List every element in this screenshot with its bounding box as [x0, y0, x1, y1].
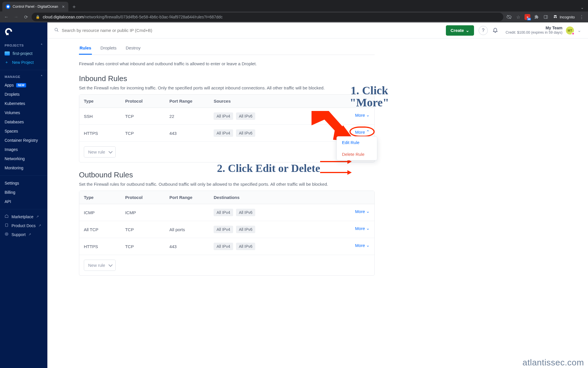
more-button[interactable]: More ⌄ [355, 112, 370, 118]
external-link-icon: ↗ [28, 233, 31, 236]
new-rule-select[interactable]: New rule [84, 260, 116, 271]
bookmark-star-icon[interactable]: ☆ [514, 13, 522, 21]
source-tag[interactable]: All IPv4 [214, 129, 233, 137]
destination-tag[interactable]: All IPv4 [214, 226, 233, 233]
sidebar-item-support[interactable]: Support ↗ [0, 230, 47, 239]
outbound-rule-row: HTTPS TCP 443 All IPv4 All IPv6 More ⌄ [79, 238, 374, 255]
account-switcher[interactable]: My Team Credit: $100.00 (expires in 59 d… [506, 26, 581, 35]
sidebar: PROJECTS ˄ first-project ＋ New Project M… [0, 22, 47, 368]
tab-close-icon[interactable]: ✕ [62, 5, 65, 9]
col-type: Type [79, 95, 121, 108]
create-button[interactable]: Create ⌄ [446, 25, 474, 36]
more-button[interactable]: More ⌄ [355, 209, 370, 214]
chevron-down-icon: ⌄ [366, 112, 370, 118]
browser-menu-icon[interactable]: ⋮ [578, 13, 586, 21]
col-destinations: Destinations [209, 191, 374, 204]
tab-overflow-icon[interactable]: ⌄ [581, 5, 588, 12]
destination-tag[interactable]: All IPv6 [236, 209, 255, 216]
source-tag[interactable]: All IPv4 [214, 112, 233, 120]
help-icon: ? [482, 28, 485, 33]
search-icon [54, 28, 59, 33]
logo[interactable] [0, 26, 47, 42]
source-tag[interactable]: All IPv6 [236, 129, 255, 137]
outbound-rules-table: Type Protocol Port Range Destinations IC… [79, 191, 375, 276]
extensions-puzzle-icon[interactable] [533, 13, 541, 21]
sidebar-item-networking[interactable]: Networking [0, 154, 47, 163]
destination-tag[interactable]: All IPv4 [214, 243, 233, 250]
outbound-heading: Outbound Rules [79, 170, 375, 179]
tab-droplets[interactable]: Droplets [100, 42, 117, 55]
source-tag[interactable]: All IPv6 [236, 112, 255, 120]
destination-tag[interactable]: All IPv6 [236, 243, 255, 250]
incognito-indicator[interactable]: Incognito [551, 14, 577, 20]
address-bar[interactable]: 🔒 cloud.digitalocean.com/networking/fire… [32, 13, 503, 21]
sidebar-item-kubernetes[interactable]: Kubernetes [0, 99, 47, 108]
notifications-button[interactable] [492, 27, 498, 34]
svg-rect-8 [5, 224, 8, 227]
new-tab-button[interactable]: ＋ [70, 3, 78, 11]
browser-tab[interactable]: Control Panel - DigitalOcean ✕ [2, 2, 68, 12]
eye-off-icon[interactable] [505, 13, 513, 21]
sidebar-item-monitoring[interactable]: Monitoring [0, 163, 47, 172]
sidebar-item-apps[interactable]: Apps NEW [0, 80, 47, 90]
market-icon [5, 214, 9, 219]
tab-rules[interactable]: Rules [79, 42, 92, 55]
page-tabs: Rules Droplets Destroy [79, 42, 375, 55]
project-icon [5, 51, 10, 55]
sidebar-item-settings[interactable]: Settings [0, 179, 47, 188]
url-host: cloud.digitalocean.com [43, 15, 84, 19]
col-protocol: Protocol [121, 191, 165, 204]
edit-rule-action[interactable]: Edit Rule [337, 137, 377, 148]
sidebar-item-billing[interactable]: Billing [0, 188, 47, 197]
new-project-button[interactable]: ＋ New Project [0, 58, 47, 67]
col-protocol: Protocol [121, 95, 165, 108]
sidebar-item-product-docs[interactable]: Product Docs ↗ [0, 221, 47, 230]
sidebar-item-marketplace[interactable]: Marketplace ↗ [0, 212, 47, 221]
sidebar-item-images[interactable]: Images [0, 145, 47, 154]
delete-rule-action[interactable]: Delete Rule [337, 148, 377, 160]
sidebar-item-droplets[interactable]: Droplets [0, 90, 47, 99]
side-panel-icon[interactable] [542, 13, 550, 21]
col-port-range: Port Range [165, 95, 209, 108]
svg-point-5 [556, 17, 557, 18]
outbound-rule-row: ICMP ICMP All IPv4 All IPv6 More ⌄ [79, 204, 374, 221]
sidebar-project-item[interactable]: first-project [0, 49, 47, 58]
nav-back-button[interactable]: ← [2, 13, 10, 21]
destination-tag[interactable]: All IPv6 [236, 226, 255, 233]
svg-point-9 [5, 233, 8, 236]
new-rule-row: New rule [79, 142, 374, 162]
docs-icon [5, 223, 9, 228]
new-rule-select[interactable]: New rule [84, 146, 116, 158]
tab-destroy[interactable]: Destroy [125, 42, 141, 55]
svg-rect-6 [7, 33, 9, 34]
sidebar-manage-heading[interactable]: MANAGE ˄ [0, 73, 47, 80]
outbound-subtext: Set the Firewall rules for outbound traf… [79, 182, 375, 187]
team-name: My Team [506, 26, 562, 31]
more-button[interactable]: More ⌄ [355, 243, 370, 248]
sidebar-projects-heading[interactable]: PROJECTS ˄ [0, 42, 47, 49]
more-button[interactable]: More ⌄ [355, 226, 370, 231]
tab-title: Control Panel - DigitalOcean [13, 5, 58, 9]
svg-point-0 [7, 5, 9, 8]
url-path: /networking/firewalls/073d4fb6-5e58-4b6c… [84, 15, 223, 19]
svg-point-4 [554, 17, 555, 18]
search-input[interactable] [62, 28, 182, 33]
extension-ublock-icon[interactable]: u88 [523, 13, 531, 21]
bell-icon [492, 27, 498, 33]
help-button[interactable]: ? [479, 26, 488, 35]
destination-tag[interactable]: All IPv4 [214, 209, 233, 216]
chevron-down-icon: ⌄ [366, 209, 370, 214]
external-link-icon: ↗ [38, 224, 41, 227]
more-button-open[interactable]: More ⌃ [355, 129, 370, 135]
nav-forward-button[interactable]: → [12, 13, 20, 21]
sidebar-item-spaces[interactable]: Spaces [0, 126, 47, 136]
chevron-up-icon: ˄ [41, 43, 43, 47]
sidebar-item-databases[interactable]: Databases [0, 117, 47, 126]
sidebar-item-container-registry[interactable]: Container Registry [0, 136, 47, 145]
inbound-heading: Inbound Rules [79, 74, 375, 83]
sidebar-item-volumes[interactable]: Volumes [0, 108, 47, 117]
firewall-intro-text: Firewall rules control what inbound and … [79, 61, 375, 66]
new-rule-row: New rule [79, 255, 374, 275]
nav-reload-button[interactable]: ⟳ [22, 13, 30, 21]
sidebar-item-api[interactable]: API [0, 197, 47, 206]
